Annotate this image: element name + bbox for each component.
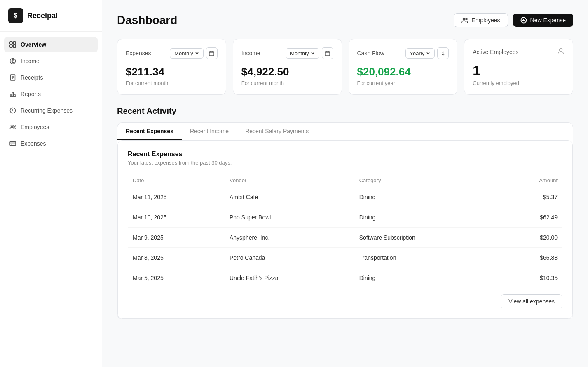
table-row: Mar 8, 2025 Petro Canada Transportation … xyxy=(128,248,562,268)
table-card-title: Recent Expenses xyxy=(128,151,562,158)
table-row: Mar 11, 2025 Ambit Café Dining $5.37 xyxy=(128,187,562,207)
credit-card-icon xyxy=(9,140,16,147)
cashflow-card-controls: Yearly xyxy=(405,47,449,59)
plus-circle-icon xyxy=(520,17,527,24)
calendar-icon xyxy=(209,51,214,56)
sidebar-item-label: Reports xyxy=(21,91,41,97)
cell-category: Transportation xyxy=(354,248,500,268)
svg-rect-1 xyxy=(13,42,16,44)
income-card: Income Monthly $ xyxy=(233,39,342,95)
svg-point-20 xyxy=(463,18,465,20)
cell-category: Software Subscription xyxy=(354,228,500,248)
bar-chart-icon xyxy=(9,90,16,98)
svg-rect-2 xyxy=(10,45,12,47)
col-date: Date xyxy=(128,174,225,187)
income-value: $4,922.50 xyxy=(241,66,333,78)
active-employees-count: 1 xyxy=(473,63,565,78)
sidebar-logo: $ Receipal xyxy=(0,0,102,32)
chevron-down-icon xyxy=(311,51,315,55)
table-row: Mar 10, 2025 Pho Super Bowl Dining $62.4… xyxy=(128,207,562,228)
cell-amount: $5.37 xyxy=(500,187,562,207)
chevron-down-icon xyxy=(195,51,199,55)
cashflow-period-select[interactable]: Yearly xyxy=(405,48,435,59)
logo-icon: $ xyxy=(8,8,23,23)
header-actions: Employees New Expense xyxy=(454,13,573,27)
employees-header-button[interactable]: Employees xyxy=(454,13,508,27)
cell-date: Mar 9, 2025 xyxy=(128,228,225,248)
sidebar-item-employees[interactable]: Employees xyxy=(4,119,98,135)
tab-recent-income[interactable]: Recent Income xyxy=(182,123,237,140)
col-vendor: Vendor xyxy=(225,174,354,187)
cell-amount: $20.00 xyxy=(500,228,562,248)
new-expense-button[interactable]: New Expense xyxy=(513,14,573,27)
tab-recent-expenses[interactable]: Recent Expenses xyxy=(117,123,182,140)
recent-activity-title: Recent Activity xyxy=(117,106,573,116)
users-header-icon xyxy=(461,17,468,24)
sidebar-item-label: Receipts xyxy=(21,74,43,81)
cell-date: Mar 8, 2025 xyxy=(128,248,225,268)
sidebar-item-overview[interactable]: Overview xyxy=(4,37,98,52)
expenses-table-card: Recent Expenses Your latest expenses fro… xyxy=(117,140,573,319)
expenses-period-select[interactable]: Monthly xyxy=(170,48,204,59)
cell-date: Mar 5, 2025 xyxy=(128,268,225,288)
table-row: Mar 5, 2025 Uncle Fatih's Pizza Dining $… xyxy=(128,268,562,288)
summary-cards: Expenses Monthly xyxy=(117,39,573,95)
clock-icon xyxy=(9,107,16,114)
cell-amount: $62.49 xyxy=(500,207,562,228)
tab-recent-salary[interactable]: Recent Salary Payments xyxy=(237,123,317,140)
income-card-label: Income xyxy=(241,50,260,56)
view-all-expenses-button[interactable]: View all expenses xyxy=(501,294,562,308)
user-icon xyxy=(557,47,565,56)
cell-vendor: Pho Super Bowl xyxy=(225,207,354,228)
expenses-card: Expenses Monthly xyxy=(117,39,226,95)
active-employees-label: Active Employees xyxy=(473,49,518,55)
cell-category: Dining xyxy=(354,187,500,207)
cell-vendor: Uncle Fatih's Pizza xyxy=(225,268,354,288)
expenses-card-label: Expenses xyxy=(126,50,151,56)
income-calendar-btn[interactable] xyxy=(322,47,333,59)
logo-text: Receipal xyxy=(27,12,58,20)
cashflow-sort-btn[interactable] xyxy=(437,47,449,59)
expenses-calendar-btn[interactable] xyxy=(206,47,218,59)
active-employees-subtitle: Currently employed xyxy=(473,80,565,86)
cell-date: Mar 10, 2025 xyxy=(128,207,225,228)
svg-point-34 xyxy=(560,49,562,52)
sidebar-item-label: Income xyxy=(21,58,40,64)
sidebar-item-expenses[interactable]: Expenses xyxy=(4,136,98,151)
svg-rect-17 xyxy=(10,142,16,146)
receipt-icon xyxy=(9,74,16,81)
expenses-subtitle: For current month xyxy=(126,80,218,86)
recent-activity-section: Recent Activity Recent Expenses Recent I… xyxy=(117,106,573,319)
sidebar-item-label: Recurring Expenses xyxy=(21,107,73,114)
expenses-value: $211.34 xyxy=(126,66,218,78)
view-all-button-container: View all expenses xyxy=(128,294,562,308)
col-amount: Amount xyxy=(500,174,562,187)
svg-point-15 xyxy=(11,125,13,127)
top-header: Dashboard Employees New Expense xyxy=(117,13,573,27)
cell-amount: $10.35 xyxy=(500,268,562,288)
cell-category: Dining xyxy=(354,207,500,228)
sidebar-item-receipts[interactable]: Receipts xyxy=(4,70,98,85)
sort-icon xyxy=(440,51,446,56)
svg-rect-11 xyxy=(10,94,12,96)
income-subtitle: For current month xyxy=(241,80,333,86)
svg-rect-29 xyxy=(325,52,330,56)
main-content: Dashboard Employees New Expense Expenses xyxy=(102,0,588,367)
svg-rect-0 xyxy=(10,42,12,44)
cashflow-subtitle: For current year xyxy=(357,80,449,86)
cell-vendor: Ambit Café xyxy=(225,187,354,207)
cell-vendor: Anysphere, Inc. xyxy=(225,228,354,248)
activity-tabs: Recent Expenses Recent Income Recent Sal… xyxy=(117,123,573,140)
sidebar-item-income[interactable]: Income xyxy=(4,53,98,69)
table-row: Mar 9, 2025 Anysphere, Inc. Software Sub… xyxy=(128,228,562,248)
svg-point-16 xyxy=(14,125,15,127)
cashflow-card-label: Cash Flow xyxy=(357,50,384,56)
sidebar-item-label: Expenses xyxy=(21,140,46,147)
income-period-select[interactable]: Monthly xyxy=(286,48,319,59)
table-card-subtitle: Your latest expenses from the past 30 da… xyxy=(128,160,562,166)
col-category: Category xyxy=(354,174,500,187)
sidebar-item-reports[interactable]: Reports xyxy=(4,86,98,102)
grid-icon xyxy=(9,41,16,48)
cashflow-value: $20,092.64 xyxy=(357,66,449,78)
sidebar-item-recurring-expenses[interactable]: Recurring Expenses xyxy=(4,103,98,118)
